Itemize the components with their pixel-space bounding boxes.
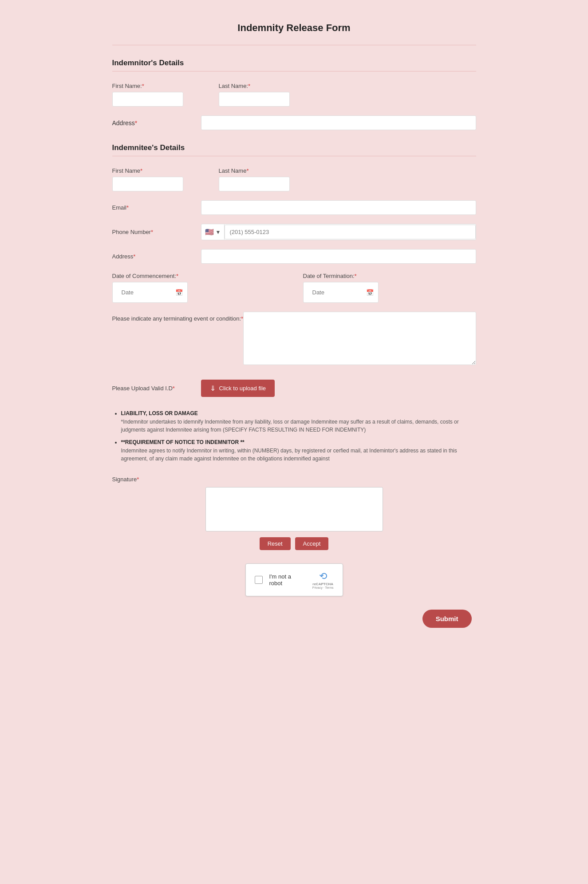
- indemnitee-first-name-input[interactable]: [112, 177, 183, 191]
- date-termination-input-wrapper: 📅: [303, 282, 379, 303]
- indemnitee-email-label: Email*: [112, 204, 201, 211]
- indemnitee-name-row: First Name* Last Name*: [112, 167, 476, 191]
- captcha-box: I'm not a robot ⟲ reCAPTCHA Privacy · Te…: [245, 563, 343, 596]
- terminating-event-textarea[interactable]: [243, 312, 476, 365]
- indemnitee-first-name-group: First Name*: [112, 167, 183, 191]
- terms-list: LIABILITY, LOSS OR DAMAGE *Indemnitor un…: [112, 410, 476, 463]
- term-title-1: **REQUIREMENT OF NOTICE TO INDEMNITOR **: [121, 439, 476, 445]
- recaptcha-icon: ⟲: [319, 571, 327, 582]
- indemnitee-last-name-input[interactable]: [219, 177, 290, 191]
- calendar-icon[interactable]: 📅: [175, 289, 183, 296]
- indemnitee-email-input[interactable]: [201, 200, 476, 215]
- indemnitor-last-name-group: Last Name:*: [219, 83, 290, 107]
- required-star: *: [135, 119, 137, 127]
- indemnitee-last-name-label: Last Name*: [219, 167, 290, 174]
- date-commencement-label: Date of Commencement:*: [112, 273, 285, 279]
- flag-icon: 🇺🇸: [205, 228, 214, 236]
- date-row: Date of Commencement:* 📅 Date of Termina…: [112, 273, 476, 303]
- indemnitor-address-row: Address*: [112, 115, 476, 130]
- indemnitee-section-title: Indemnitee's Details: [112, 143, 476, 156]
- captcha-label: I'm not a robot: [269, 573, 306, 587]
- required-star: *: [137, 476, 139, 483]
- indemnitee-section: Indemnitee's Details First Name* Last Na…: [112, 143, 476, 366]
- indemnitor-first-name-group: First Name:*: [112, 83, 183, 107]
- calendar-icon-2[interactable]: 📅: [366, 289, 374, 296]
- date-termination-group: Date of Termination:* 📅: [303, 273, 476, 303]
- required-star: *: [248, 83, 250, 89]
- date-commencement-input[interactable]: [117, 285, 172, 299]
- terms-section: LIABILITY, LOSS OR DAMAGE *Indemnitor un…: [112, 410, 476, 463]
- submit-area: Submit: [112, 610, 476, 628]
- required-star: *: [176, 273, 178, 279]
- submit-button[interactable]: Submit: [422, 610, 472, 628]
- term-item-0: LIABILITY, LOSS OR DAMAGE *Indemnitor un…: [121, 410, 476, 434]
- required-star: *: [173, 385, 175, 392]
- indemnitor-address-input[interactable]: [201, 115, 476, 130]
- indemnitee-email-row: Email*: [112, 200, 476, 215]
- term-title-0: LIABILITY, LOSS OR DAMAGE: [121, 410, 476, 416]
- required-star: *: [142, 83, 144, 89]
- date-termination-input[interactable]: [308, 285, 363, 299]
- upload-label: Please Upload Valid I.D*: [112, 385, 201, 392]
- indemnitee-first-name-label: First Name*: [112, 167, 183, 174]
- indemnitor-section: Indemnitor's Details First Name:* Last N…: [112, 59, 476, 130]
- term-item-1: **REQUIREMENT OF NOTICE TO INDEMNITOR **…: [121, 439, 476, 463]
- captcha-section: I'm not a robot ⟲ reCAPTCHA Privacy · Te…: [112, 563, 476, 596]
- upload-icon: ⇓: [210, 384, 216, 392]
- required-star: *: [151, 229, 153, 235]
- phone-wrapper: 🇺🇸 ▼: [201, 224, 476, 240]
- date-commencement-group: Date of Commencement:* 📅: [112, 273, 285, 303]
- accept-button[interactable]: Accept: [295, 537, 329, 550]
- recaptcha-brand: reCAPTCHA: [312, 582, 333, 586]
- reset-button[interactable]: Reset: [260, 537, 291, 550]
- indemnitee-phone-row: Phone Number* 🇺🇸 ▼: [112, 224, 476, 240]
- terminating-event-label: Please indicate any terminating event or…: [112, 312, 244, 322]
- indemnitee-address-input[interactable]: [201, 249, 476, 264]
- indemnitee-last-name-group: Last Name*: [219, 167, 290, 191]
- signature-buttons: Reset Accept: [260, 537, 329, 550]
- phone-input[interactable]: [225, 225, 475, 239]
- term-body-0: *Indemnitor undertakes to idemnify Indem…: [121, 418, 476, 434]
- signature-section: Signature* Reset Accept: [112, 476, 476, 550]
- indemnitor-address-label: Address*: [112, 115, 201, 130]
- indemnitee-address-label: Address*: [112, 253, 201, 260]
- indemnitor-first-name-label: First Name:*: [112, 83, 183, 89]
- required-star: *: [126, 204, 129, 211]
- indemnitor-name-row: First Name:* Last Name:*: [112, 83, 476, 107]
- indemnitor-section-title: Indemnitor's Details: [112, 59, 476, 71]
- signature-canvas[interactable]: [205, 487, 383, 531]
- indemnitee-address-input-wrapper: [201, 249, 476, 264]
- indemnitor-first-name-input[interactable]: [112, 92, 183, 107]
- captcha-logo: ⟲ reCAPTCHA Privacy · Terms: [312, 571, 334, 589]
- required-star: *: [355, 273, 357, 279]
- required-star: *: [246, 167, 249, 174]
- indemnitee-address-row: Address*: [112, 249, 476, 264]
- indemnitor-last-name-label: Last Name:*: [219, 83, 290, 89]
- date-termination-label: Date of Termination:*: [303, 273, 476, 279]
- phone-dropdown-icon: ▼: [216, 229, 221, 235]
- signature-area: Reset Accept: [112, 487, 476, 550]
- terminating-event-textarea-wrapper: [243, 312, 476, 366]
- page-title: Indemnity Release Form: [112, 13, 476, 45]
- terminating-event-row: Please indicate any terminating event or…: [112, 312, 476, 366]
- indemnitee-email-input-wrapper: [201, 200, 476, 215]
- phone-flag[interactable]: 🇺🇸 ▼: [201, 224, 225, 240]
- indemnitee-phone-input-wrapper: 🇺🇸 ▼: [201, 224, 476, 240]
- date-commencement-input-wrapper: 📅: [112, 282, 188, 303]
- upload-button[interactable]: ⇓ Click to upload file: [201, 380, 275, 397]
- indemnitor-last-name-input[interactable]: [219, 92, 290, 107]
- upload-row: Please Upload Valid I.D* ⇓ Click to uplo…: [112, 380, 476, 397]
- required-star: *: [133, 253, 135, 260]
- required-star: *: [140, 167, 142, 174]
- upload-button-label: Click to upload file: [219, 385, 266, 392]
- recaptcha-links: Privacy · Terms: [312, 586, 334, 589]
- indemnitor-address-input-wrapper: [201, 115, 476, 130]
- term-body-1: Indemnitee agrees to notify Indemnitor i…: [121, 447, 476, 463]
- captcha-checkbox[interactable]: [255, 576, 263, 584]
- indemnitee-phone-label: Phone Number*: [112, 229, 201, 235]
- signature-label: Signature*: [112, 476, 476, 483]
